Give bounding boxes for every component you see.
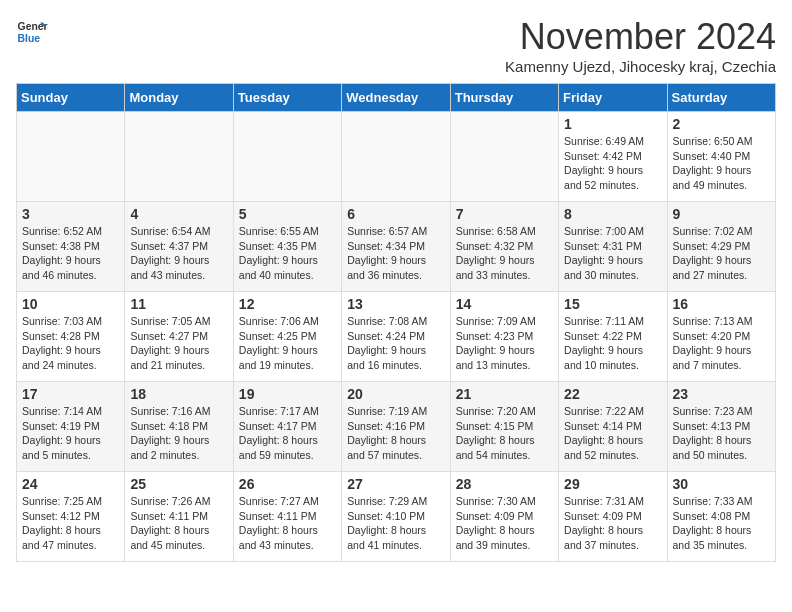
calendar-cell: 19Sunrise: 7:17 AM Sunset: 4:17 PM Dayli… <box>233 382 341 472</box>
week-row-3: 10Sunrise: 7:03 AM Sunset: 4:28 PM Dayli… <box>17 292 776 382</box>
day-header-wednesday: Wednesday <box>342 84 450 112</box>
day-number: 8 <box>564 206 661 222</box>
calendar-cell: 21Sunrise: 7:20 AM Sunset: 4:15 PM Dayli… <box>450 382 558 472</box>
day-header-monday: Monday <box>125 84 233 112</box>
day-info: Sunrise: 6:52 AM Sunset: 4:38 PM Dayligh… <box>22 224 119 283</box>
day-number: 13 <box>347 296 444 312</box>
day-number: 28 <box>456 476 553 492</box>
subtitle: Kamenny Ujezd, Jihocesky kraj, Czechia <box>505 58 776 75</box>
day-number: 15 <box>564 296 661 312</box>
day-info: Sunrise: 7:14 AM Sunset: 4:19 PM Dayligh… <box>22 404 119 463</box>
day-info: Sunrise: 7:05 AM Sunset: 4:27 PM Dayligh… <box>130 314 227 373</box>
calendar-cell: 20Sunrise: 7:19 AM Sunset: 4:16 PM Dayli… <box>342 382 450 472</box>
day-number: 17 <box>22 386 119 402</box>
day-info: Sunrise: 7:23 AM Sunset: 4:13 PM Dayligh… <box>673 404 770 463</box>
day-number: 10 <box>22 296 119 312</box>
day-info: Sunrise: 7:13 AM Sunset: 4:20 PM Dayligh… <box>673 314 770 373</box>
day-number: 1 <box>564 116 661 132</box>
day-number: 16 <box>673 296 770 312</box>
calendar-header-row: SundayMondayTuesdayWednesdayThursdayFrid… <box>17 84 776 112</box>
calendar-body: 1Sunrise: 6:49 AM Sunset: 4:42 PM Daylig… <box>17 112 776 562</box>
day-number: 29 <box>564 476 661 492</box>
day-info: Sunrise: 7:09 AM Sunset: 4:23 PM Dayligh… <box>456 314 553 373</box>
calendar-cell: 29Sunrise: 7:31 AM Sunset: 4:09 PM Dayli… <box>559 472 667 562</box>
logo: General Blue <box>16 16 48 48</box>
day-number: 11 <box>130 296 227 312</box>
calendar-cell: 17Sunrise: 7:14 AM Sunset: 4:19 PM Dayli… <box>17 382 125 472</box>
header: General Blue November 2024 Kamenny Ujezd… <box>16 16 776 75</box>
day-info: Sunrise: 7:20 AM Sunset: 4:15 PM Dayligh… <box>456 404 553 463</box>
day-header-thursday: Thursday <box>450 84 558 112</box>
day-header-sunday: Sunday <box>17 84 125 112</box>
day-info: Sunrise: 7:22 AM Sunset: 4:14 PM Dayligh… <box>564 404 661 463</box>
calendar-cell: 27Sunrise: 7:29 AM Sunset: 4:10 PM Dayli… <box>342 472 450 562</box>
day-number: 9 <box>673 206 770 222</box>
day-header-saturday: Saturday <box>667 84 775 112</box>
week-row-4: 17Sunrise: 7:14 AM Sunset: 4:19 PM Dayli… <box>17 382 776 472</box>
calendar-cell <box>17 112 125 202</box>
svg-text:Blue: Blue <box>18 33 41 44</box>
day-info: Sunrise: 6:58 AM Sunset: 4:32 PM Dayligh… <box>456 224 553 283</box>
day-info: Sunrise: 7:31 AM Sunset: 4:09 PM Dayligh… <box>564 494 661 553</box>
week-row-5: 24Sunrise: 7:25 AM Sunset: 4:12 PM Dayli… <box>17 472 776 562</box>
calendar-cell <box>342 112 450 202</box>
calendar-cell: 7Sunrise: 6:58 AM Sunset: 4:32 PM Daylig… <box>450 202 558 292</box>
calendar-cell: 13Sunrise: 7:08 AM Sunset: 4:24 PM Dayli… <box>342 292 450 382</box>
day-number: 14 <box>456 296 553 312</box>
calendar-cell: 16Sunrise: 7:13 AM Sunset: 4:20 PM Dayli… <box>667 292 775 382</box>
day-info: Sunrise: 7:33 AM Sunset: 4:08 PM Dayligh… <box>673 494 770 553</box>
day-info: Sunrise: 6:57 AM Sunset: 4:34 PM Dayligh… <box>347 224 444 283</box>
day-number: 18 <box>130 386 227 402</box>
day-number: 7 <box>456 206 553 222</box>
day-header-tuesday: Tuesday <box>233 84 341 112</box>
day-info: Sunrise: 7:11 AM Sunset: 4:22 PM Dayligh… <box>564 314 661 373</box>
day-info: Sunrise: 7:29 AM Sunset: 4:10 PM Dayligh… <box>347 494 444 553</box>
calendar-cell: 4Sunrise: 6:54 AM Sunset: 4:37 PM Daylig… <box>125 202 233 292</box>
calendar-cell: 8Sunrise: 7:00 AM Sunset: 4:31 PM Daylig… <box>559 202 667 292</box>
day-info: Sunrise: 6:50 AM Sunset: 4:40 PM Dayligh… <box>673 134 770 193</box>
day-info: Sunrise: 7:06 AM Sunset: 4:25 PM Dayligh… <box>239 314 336 373</box>
day-number: 6 <box>347 206 444 222</box>
calendar-cell: 1Sunrise: 6:49 AM Sunset: 4:42 PM Daylig… <box>559 112 667 202</box>
day-number: 22 <box>564 386 661 402</box>
calendar-cell: 24Sunrise: 7:25 AM Sunset: 4:12 PM Dayli… <box>17 472 125 562</box>
day-header-friday: Friday <box>559 84 667 112</box>
calendar-cell: 25Sunrise: 7:26 AM Sunset: 4:11 PM Dayli… <box>125 472 233 562</box>
day-info: Sunrise: 7:16 AM Sunset: 4:18 PM Dayligh… <box>130 404 227 463</box>
day-info: Sunrise: 7:26 AM Sunset: 4:11 PM Dayligh… <box>130 494 227 553</box>
day-number: 2 <box>673 116 770 132</box>
month-title: November 2024 <box>505 16 776 58</box>
day-number: 23 <box>673 386 770 402</box>
calendar-cell: 28Sunrise: 7:30 AM Sunset: 4:09 PM Dayli… <box>450 472 558 562</box>
calendar-cell: 9Sunrise: 7:02 AM Sunset: 4:29 PM Daylig… <box>667 202 775 292</box>
calendar-cell: 2Sunrise: 6:50 AM Sunset: 4:40 PM Daylig… <box>667 112 775 202</box>
day-info: Sunrise: 7:00 AM Sunset: 4:31 PM Dayligh… <box>564 224 661 283</box>
calendar-cell <box>450 112 558 202</box>
day-number: 26 <box>239 476 336 492</box>
day-info: Sunrise: 7:02 AM Sunset: 4:29 PM Dayligh… <box>673 224 770 283</box>
calendar-cell: 18Sunrise: 7:16 AM Sunset: 4:18 PM Dayli… <box>125 382 233 472</box>
day-info: Sunrise: 7:27 AM Sunset: 4:11 PM Dayligh… <box>239 494 336 553</box>
day-number: 3 <box>22 206 119 222</box>
calendar-cell: 15Sunrise: 7:11 AM Sunset: 4:22 PM Dayli… <box>559 292 667 382</box>
calendar-cell: 6Sunrise: 6:57 AM Sunset: 4:34 PM Daylig… <box>342 202 450 292</box>
day-number: 25 <box>130 476 227 492</box>
day-number: 30 <box>673 476 770 492</box>
day-info: Sunrise: 7:19 AM Sunset: 4:16 PM Dayligh… <box>347 404 444 463</box>
day-number: 21 <box>456 386 553 402</box>
week-row-1: 1Sunrise: 6:49 AM Sunset: 4:42 PM Daylig… <box>17 112 776 202</box>
day-number: 4 <box>130 206 227 222</box>
week-row-2: 3Sunrise: 6:52 AM Sunset: 4:38 PM Daylig… <box>17 202 776 292</box>
day-info: Sunrise: 6:54 AM Sunset: 4:37 PM Dayligh… <box>130 224 227 283</box>
day-info: Sunrise: 7:25 AM Sunset: 4:12 PM Dayligh… <box>22 494 119 553</box>
day-info: Sunrise: 6:55 AM Sunset: 4:35 PM Dayligh… <box>239 224 336 283</box>
day-info: Sunrise: 7:30 AM Sunset: 4:09 PM Dayligh… <box>456 494 553 553</box>
calendar-cell <box>125 112 233 202</box>
calendar-cell: 12Sunrise: 7:06 AM Sunset: 4:25 PM Dayli… <box>233 292 341 382</box>
day-info: Sunrise: 7:03 AM Sunset: 4:28 PM Dayligh… <box>22 314 119 373</box>
day-info: Sunrise: 7:08 AM Sunset: 4:24 PM Dayligh… <box>347 314 444 373</box>
calendar-table: SundayMondayTuesdayWednesdayThursdayFrid… <box>16 83 776 562</box>
calendar-cell: 5Sunrise: 6:55 AM Sunset: 4:35 PM Daylig… <box>233 202 341 292</box>
day-info: Sunrise: 7:17 AM Sunset: 4:17 PM Dayligh… <box>239 404 336 463</box>
day-number: 27 <box>347 476 444 492</box>
